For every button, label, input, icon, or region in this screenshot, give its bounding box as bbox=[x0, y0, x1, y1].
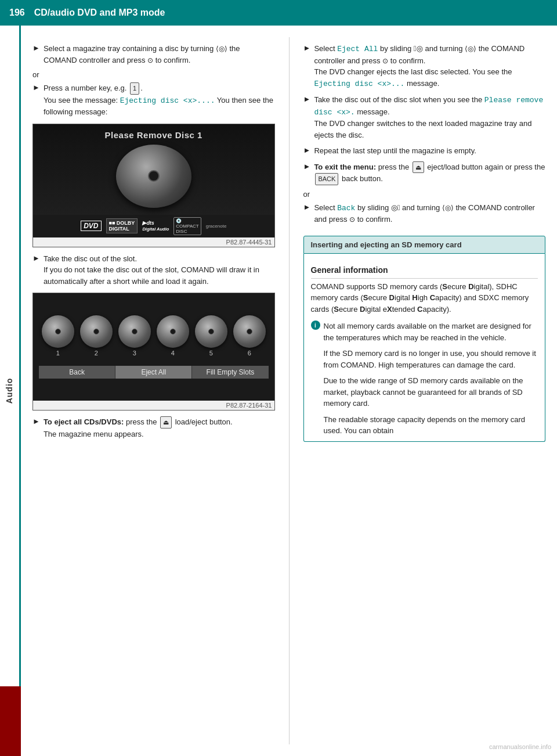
right-text-1: Select Eject All by sliding 𡆓◎ and turni… bbox=[314, 43, 545, 89]
right-text-4: To exit the menu: press the ⏏ eject/load… bbox=[314, 161, 545, 185]
sdhc-bold-s: S bbox=[363, 293, 368, 302]
tray-disc-2-label: 2 bbox=[95, 350, 98, 357]
tray-disc-1 bbox=[42, 315, 74, 348]
bullet-arrow-3: ► bbox=[32, 254, 40, 262]
sdxc-bold-d: D bbox=[360, 305, 365, 314]
sdxc-bold-x: X bbox=[387, 305, 392, 314]
page-number: 196 bbox=[9, 8, 25, 18]
tray-disc-5-hole bbox=[208, 329, 214, 334]
sd-bold-s: S bbox=[442, 282, 447, 291]
note-text-4: The readable storage capacity depends on… bbox=[324, 414, 538, 437]
note-text-3: Due to the wide range of SD memory cards… bbox=[324, 375, 538, 409]
note-text-1: Not all memory cards available on the ma… bbox=[324, 321, 538, 343]
right-arrow-4: ► bbox=[303, 162, 311, 171]
dolby-logo: ■■ DOLBYDIGITAL bbox=[106, 218, 138, 233]
tray-disc-4 bbox=[157, 315, 189, 348]
right-eject-btn: ⏏ bbox=[413, 161, 424, 174]
tray-disc-3-label: 3 bbox=[133, 350, 136, 357]
tray-disc-5-wrap: 5 bbox=[195, 315, 227, 357]
sdhc-bold-d: D bbox=[389, 293, 395, 302]
bullet-text-2: Press a number key, e.g. 1. You see the … bbox=[44, 82, 275, 118]
right-text-3: Repeat the last step until the magazine … bbox=[314, 145, 476, 157]
dvd-logo: DVD bbox=[81, 221, 101, 231]
tray-display: 1 2 3 4 bbox=[33, 293, 274, 401]
eject-cds-bold: To eject all CDs/DVDs: bbox=[44, 417, 124, 426]
right-bullet-1: ► Select Eject All by sliding 𡆓◎ and tur… bbox=[303, 43, 546, 89]
tray-disc-6 bbox=[233, 315, 266, 348]
back-message: Back bbox=[337, 204, 355, 213]
general-info-title: General information bbox=[311, 264, 538, 279]
bullet-arrow-2: ► bbox=[32, 83, 40, 92]
sidebar-accent bbox=[0, 686, 21, 756]
tray-discs-row: 1 2 3 4 bbox=[42, 315, 266, 357]
screenshot-disc: Please Remove Disc 1 DVD ■■ DOLBYDIGITAL… bbox=[32, 124, 275, 247]
tray-fill-empty-button[interactable]: Fill Empty Slots bbox=[192, 366, 268, 379]
tray-disc-2 bbox=[80, 315, 113, 348]
note-text-2: If the SD memory card is no longer in us… bbox=[324, 348, 538, 370]
number-key-btn: 1 bbox=[130, 82, 139, 95]
tray-disc-4-label: 4 bbox=[171, 350, 175, 357]
tray-eject-all-button[interactable]: Eject All bbox=[115, 366, 192, 379]
tray-disc-1-label: 1 bbox=[56, 350, 60, 357]
screenshot-disc-display: Please Remove Disc 1 DVD ■■ DOLBYDIGITAL… bbox=[33, 124, 274, 237]
right-text-5: Select Back by sliding ◎𡆓 and turning ⟨◎… bbox=[314, 202, 545, 225]
bullet-item-1: ► Select a magazine tray containing a di… bbox=[32, 43, 275, 66]
tray-disc-3-hole bbox=[132, 329, 138, 334]
tray-disc-2-hole bbox=[93, 329, 99, 334]
tray-back-button[interactable]: Back bbox=[39, 366, 115, 379]
tray-disc-1-hole bbox=[55, 329, 61, 334]
info-icon-1: i bbox=[311, 321, 320, 330]
tray-disc-5-label: 5 bbox=[209, 350, 213, 357]
tray-disc-6-label: 6 bbox=[248, 350, 251, 357]
content-area: ► Select a magazine tray containing a di… bbox=[21, 26, 557, 756]
page-title: CD/audio DVD and MP3 mode bbox=[34, 8, 165, 18]
compact-disc-logo: 💿COMPACTDISC bbox=[173, 217, 201, 235]
right-bullet-2: ► Take the disc out of the disc slot whe… bbox=[303, 94, 546, 141]
sdhc-bold-c: C bbox=[430, 293, 435, 302]
eject-all-message: Eject All bbox=[337, 45, 378, 53]
ejecting-message: Ejecting disc <x>.... bbox=[120, 96, 215, 105]
bullet-text-4: To eject all CDs/DVDs: press the ⏏ load/… bbox=[44, 416, 233, 440]
right-confirm-5: ⊙ bbox=[349, 215, 355, 224]
right-controller-1: ⟨◎⟩ bbox=[465, 45, 476, 53]
gracenote-logo: gracenote bbox=[206, 224, 227, 229]
right-arrow-3: ► bbox=[303, 146, 311, 154]
screenshot-ref-1: P82.87-4445-31 bbox=[33, 237, 274, 247]
sdhc-bold-h: H bbox=[412, 293, 417, 302]
controller-symbol-1: ⟨◎⟩ bbox=[216, 45, 227, 53]
eject-btn-symbol: ⏏ bbox=[160, 416, 172, 429]
tray-disc-2-wrap: 2 bbox=[80, 315, 113, 357]
right-bullet-4: ► To exit the menu: press the ⏏ eject/lo… bbox=[303, 161, 546, 185]
tray-disc-4-wrap: 4 bbox=[157, 315, 189, 357]
tray-disc-6-wrap: 6 bbox=[233, 315, 266, 357]
note-1: i Not all memory cards available on the … bbox=[311, 321, 538, 343]
bullet-arrow-4: ► bbox=[32, 417, 40, 426]
sd-section: Inserting and ejecting an SD memory card… bbox=[303, 236, 546, 442]
disc-center-hole bbox=[148, 170, 160, 182]
right-arrow-5: ► bbox=[303, 203, 311, 211]
bullet-item-4: ► To eject all CDs/DVDs: press the ⏏ loa… bbox=[32, 416, 275, 440]
ejecting-disc-message: Ejecting disc <x>... bbox=[314, 80, 404, 88]
or-line-2: or bbox=[303, 190, 546, 199]
sidebar-label: Audio bbox=[5, 378, 15, 404]
right-column: ► Select Eject All by sliding 𡆓◎ and tur… bbox=[290, 37, 558, 744]
sdxc-bold-s: S bbox=[334, 305, 339, 314]
sd-section-body: General information COMAND supports SD m… bbox=[303, 254, 546, 442]
screenshot-tray: 1 2 3 4 bbox=[32, 293, 275, 411]
bullet-arrow-1: ► bbox=[32, 44, 40, 52]
bullet-item-3: ► Take the disc out of the slot. If you … bbox=[32, 253, 275, 287]
tray-disc-6-hole bbox=[247, 329, 252, 334]
screenshot-ref-2: P82.87-2164-31 bbox=[33, 401, 274, 410]
bullet-text-3: Take the disc out of the slot. If you do… bbox=[44, 253, 275, 287]
watermark: carmanualsonline.info bbox=[489, 743, 551, 750]
back-btn: BACK bbox=[315, 173, 338, 185]
screenshot-disc-title: Please Remove Disc 1 bbox=[105, 130, 202, 140]
sdxc-bold-c: C bbox=[417, 305, 422, 314]
right-bullet-3: ► Repeat the last step until the magazin… bbox=[303, 145, 546, 157]
right-confirm-1: ⊙ bbox=[382, 57, 388, 65]
bullet-text-1: Select a magazine tray containing a disc… bbox=[44, 43, 275, 66]
screenshot-logos: DVD ■■ DOLBYDIGITAL ▶dtsDigital Audio 💿C… bbox=[33, 215, 274, 237]
tray-disc-3-wrap: 3 bbox=[118, 315, 151, 357]
confirm-symbol-1: ⊙ bbox=[147, 56, 153, 64]
tray-disc-4-hole bbox=[170, 329, 176, 334]
